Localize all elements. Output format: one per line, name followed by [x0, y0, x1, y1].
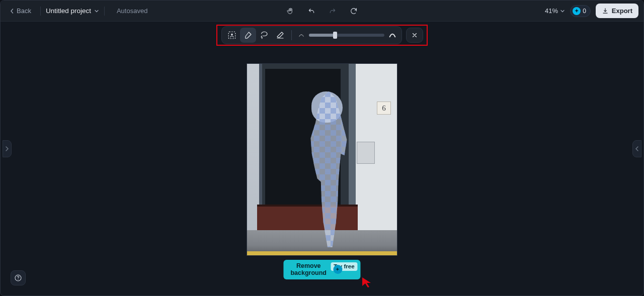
chevron-down-icon — [560, 9, 565, 14]
redo-button[interactable] — [326, 4, 340, 18]
chevron-left-icon — [635, 146, 639, 152]
top-bar: Back Untitled project Autosaved 41 — [1, 1, 643, 22]
coin-icon: ✦ — [573, 7, 581, 15]
brush-size-slider[interactable] — [309, 34, 384, 37]
separator — [104, 7, 105, 16]
project-title-dropdown[interactable]: Untitled project — [46, 7, 99, 15]
slider-fill — [309, 34, 336, 37]
project-title-text: Untitled project — [46, 7, 91, 15]
app-window: Back Untitled project Autosaved 41 — [0, 0, 644, 296]
refresh-icon — [350, 7, 358, 15]
slider-thumb[interactable] — [333, 32, 337, 39]
separator — [40, 7, 41, 16]
brush-size-control — [295, 31, 399, 39]
reset-button[interactable] — [347, 4, 361, 18]
selection-mask-overlay — [297, 91, 358, 247]
help-button[interactable] — [11, 270, 26, 285]
undo-icon — [307, 7, 315, 15]
large-stroke-icon — [388, 31, 396, 39]
chevron-right-icon — [5, 146, 9, 152]
person-detect-icon — [227, 31, 236, 40]
undo-button[interactable] — [304, 4, 318, 18]
remove-bg-line2: background — [290, 269, 327, 276]
pan-hand-button[interactable] — [283, 4, 297, 18]
coin-icon: ✦ — [333, 265, 342, 274]
topbar-center-controls — [283, 4, 361, 18]
hand-icon — [286, 7, 294, 15]
help-icon — [14, 274, 22, 282]
right-panel-handle[interactable] — [632, 140, 641, 157]
lasso-icon — [260, 31, 269, 40]
image-panel — [357, 142, 375, 164]
close-toolbar-button[interactable] — [406, 28, 423, 43]
back-label: Back — [17, 7, 31, 15]
back-button[interactable]: Back — [6, 5, 35, 17]
remove-background-button[interactable]: Remove background ✦ Try free — [283, 260, 360, 279]
chevron-left-icon — [10, 9, 15, 14]
image-road-line — [247, 251, 397, 255]
chevron-down-icon — [94, 9, 99, 14]
subject-detect-tool[interactable] — [224, 28, 240, 43]
export-button[interactable]: Export — [596, 4, 638, 18]
small-stroke-icon — [298, 32, 305, 39]
annotation-highlight-box — [216, 25, 428, 46]
credits-count: 0 — [583, 8, 586, 15]
brush-icon — [244, 31, 253, 40]
left-panel-handle[interactable] — [3, 140, 12, 157]
eraser-icon — [276, 31, 285, 40]
svg-point-3 — [18, 279, 18, 280]
zoom-dropdown[interactable]: 41% — [545, 7, 565, 15]
remove-bg-label: Remove background — [290, 262, 327, 277]
lasso-tool[interactable] — [256, 28, 272, 43]
image-house-number: 6 — [377, 102, 391, 115]
canvas-image[interactable]: 6 — [247, 63, 397, 256]
zoom-value: 41% — [545, 7, 558, 15]
brush-tool[interactable] — [240, 28, 256, 43]
download-icon — [602, 8, 609, 15]
selection-toolbar — [221, 26, 402, 44]
annotation-arrow-icon — [361, 276, 373, 288]
export-label: Export — [612, 7, 632, 15]
close-icon — [411, 32, 418, 39]
redo-icon — [329, 7, 337, 15]
separator — [291, 30, 292, 40]
svg-point-1 — [231, 34, 233, 36]
remove-bg-line1: Remove — [290, 262, 327, 269]
mask-checker — [297, 91, 358, 247]
autosaved-label: Autosaved — [117, 7, 147, 15]
topbar-right: 41% ✦ 0 Export — [545, 4, 638, 18]
eraser-tool[interactable] — [272, 28, 288, 43]
credits-pill[interactable]: ✦ 0 — [570, 5, 591, 17]
